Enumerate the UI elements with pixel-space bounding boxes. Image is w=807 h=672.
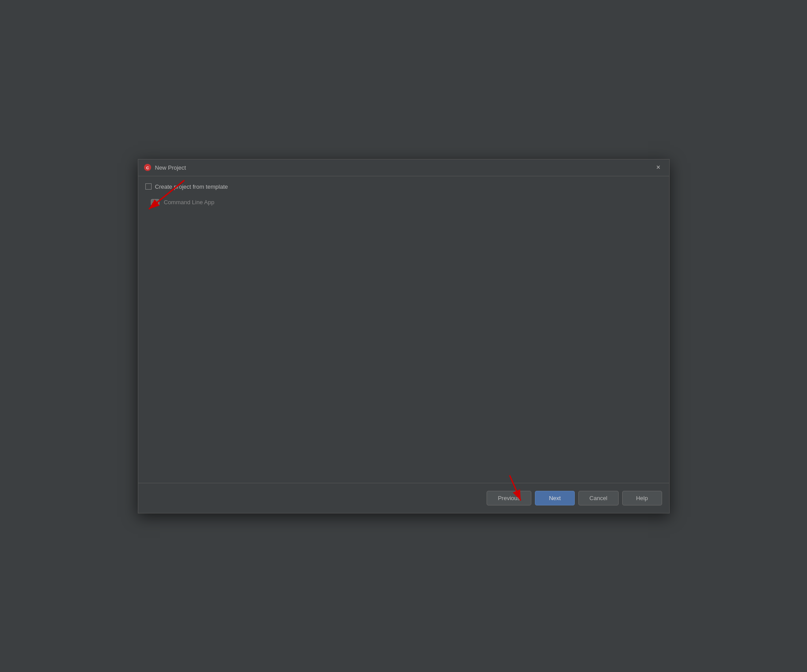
- previous-button[interactable]: Previous: [487, 491, 531, 505]
- title-bar: C New Project ×: [138, 159, 669, 176]
- title-bar-left: C New Project: [144, 163, 186, 171]
- svg-text:C: C: [146, 166, 149, 170]
- help-button[interactable]: Help: [622, 491, 662, 505]
- app-icon: C: [144, 163, 152, 171]
- template-item-name: Command Line App: [164, 199, 214, 206]
- dialog-content: Create project from template C>_ Command…: [138, 176, 669, 483]
- new-project-dialog: C New Project × Create proj: [138, 159, 670, 513]
- dialog-title: New Project: [155, 164, 186, 171]
- next-button[interactable]: Next: [535, 491, 575, 505]
- close-button[interactable]: ×: [653, 162, 664, 173]
- create-from-template-checkbox[interactable]: [145, 183, 152, 190]
- template-list-item[interactable]: C>_ Command Line App: [147, 195, 662, 210]
- dialog-footer: Previous Next Cancel Help: [138, 483, 669, 513]
- svg-text:C>_: C>_: [152, 201, 158, 205]
- cancel-button[interactable]: Cancel: [578, 491, 618, 505]
- create-from-template-label: Create project from template: [155, 183, 228, 190]
- create-from-template-row: Create project from template: [145, 183, 662, 190]
- template-icon: C>_: [150, 197, 160, 208]
- dialog-overlay: C New Project × Create proj: [0, 0, 807, 672]
